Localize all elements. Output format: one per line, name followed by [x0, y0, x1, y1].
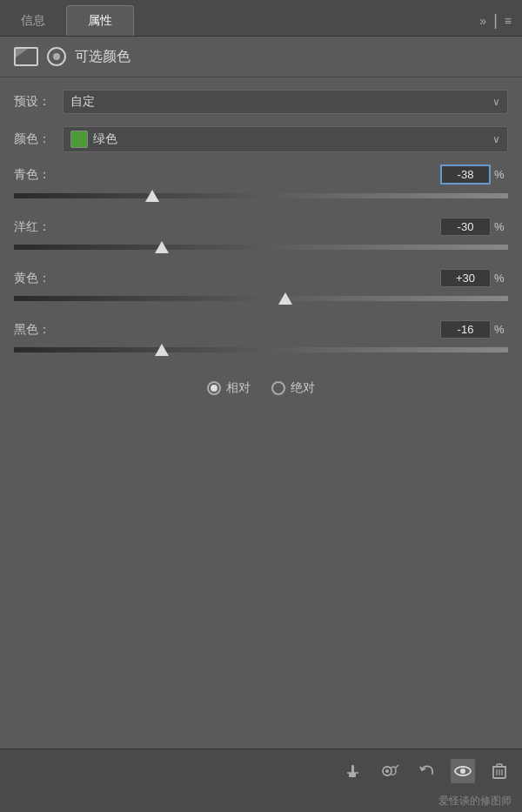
black-slider-row: 黑色： %	[14, 320, 508, 358]
trash-icon[interactable]	[487, 759, 512, 783]
radio-absolute[interactable]: 绝对	[271, 380, 315, 396]
radio-relative-label: 相对	[226, 380, 251, 396]
preset-value: 自定	[70, 94, 95, 110]
menu-icon[interactable]: ≡	[505, 14, 512, 28]
eye-loop-icon[interactable]	[378, 759, 402, 783]
magenta-input[interactable]	[440, 218, 491, 236]
color-chevron: ∨	[492, 133, 500, 145]
watermark: 爱怪谈的修图师	[0, 792, 522, 812]
color-select[interactable]: 绿色 ∨	[63, 126, 508, 152]
sliders-section: 青色： % 洋红： %	[0, 164, 522, 366]
magenta-percent: %	[494, 220, 508, 233]
black-track[interactable]	[14, 342, 508, 358]
yellow-slider-row: 黄色： %	[14, 269, 508, 306]
cyan-percent: %	[494, 168, 508, 181]
black-percent: %	[494, 323, 508, 336]
expand-icon[interactable]: »	[479, 14, 486, 28]
cyan-label: 青色：	[14, 167, 56, 183]
radio-absolute-circle	[271, 381, 285, 395]
preset-row: 预设： 自定 ∨	[14, 90, 508, 114]
tab-bar: 信息 属性 » | ≡	[0, 0, 522, 37]
cyan-track[interactable]	[14, 188, 508, 204]
clip-icon[interactable]	[341, 759, 365, 783]
yellow-input[interactable]	[440, 269, 491, 287]
tab-icon-area: » | ≡	[479, 5, 522, 36]
magenta-slider-row: 洋红： %	[14, 218, 508, 255]
svg-point-3	[385, 769, 389, 773]
tab-info[interactable]: 信息	[0, 5, 66, 36]
circle-dot-icon	[47, 47, 66, 66]
cyan-slider-row: 青色： %	[14, 164, 508, 204]
bottom-toolbar	[0, 748, 522, 792]
undo-icon[interactable]	[414, 759, 438, 783]
preset-select[interactable]: 自定 ∨	[63, 90, 508, 114]
properties-panel: 可选颜色 预设： 自定 ∨ 颜色： 绿色 ∨ 青色	[0, 37, 522, 812]
yellow-track[interactable]	[14, 291, 508, 306]
svg-rect-9	[497, 764, 502, 767]
color-row: 颜色： 绿色 ∨	[14, 126, 508, 152]
svg-point-6	[460, 768, 465, 774]
black-label: 黑色：	[14, 322, 56, 338]
magenta-track[interactable]	[14, 239, 508, 255]
radio-absolute-label: 绝对	[291, 380, 315, 396]
svg-line-4	[395, 765, 398, 768]
preset-label: 预设：	[14, 94, 56, 110]
envelope-icon	[14, 47, 38, 66]
color-label: 颜色：	[14, 131, 56, 147]
radio-relative-circle	[207, 381, 221, 395]
color-swatch	[70, 131, 88, 148]
magenta-label: 洋红：	[14, 219, 56, 235]
yellow-label: 黄色：	[14, 271, 56, 286]
cyan-input[interactable]	[440, 164, 491, 185]
form-section: 预设： 自定 ∨ 颜色： 绿色 ∨	[0, 77, 522, 164]
preset-chevron: ∨	[492, 96, 500, 108]
tab-properties[interactable]: 属性	[66, 5, 134, 36]
radio-row: 相对 绝对	[0, 366, 522, 403]
radio-relative[interactable]: 相对	[207, 380, 251, 396]
panel-title: 可选颜色	[75, 48, 130, 66]
panel-header: 可选颜色	[0, 37, 522, 77]
yellow-percent: %	[494, 272, 508, 285]
eye-icon[interactable]	[451, 759, 475, 783]
color-value: 绿色	[93, 131, 117, 147]
black-input[interactable]	[440, 320, 491, 339]
